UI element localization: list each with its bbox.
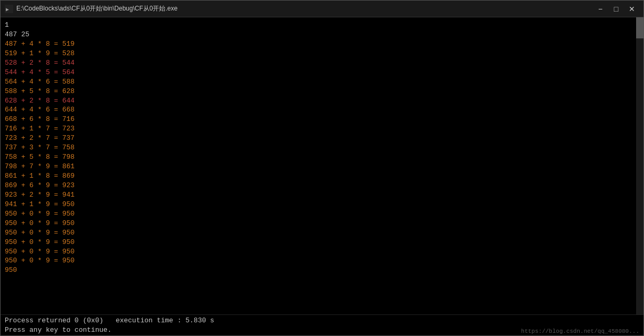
- console-line: 668 + 6 * 8 = 716: [5, 115, 639, 124]
- scrollbar[interactable]: [636, 17, 643, 314]
- console-line: 544 + 4 * 5 = 564: [5, 68, 639, 77]
- console-line: 519 + 1 * 9 = 528: [5, 49, 639, 58]
- press-any-key-line: Press any key to continue.: [5, 325, 112, 335]
- title-bar: ▶ E:\CodeBlocks\ads\CF从0开始\bin\Debug\CF从…: [1, 1, 643, 17]
- maximize-button[interactable]: □: [609, 4, 623, 14]
- console-line: 628 + 2 * 8 = 644: [5, 96, 639, 106]
- process-status-line: Process returned 0 (0x0) execution time …: [5, 316, 214, 325]
- status-bar: Process returned 0 (0x0) execution time …: [1, 314, 643, 335]
- console-line: 716 + 1 * 7 = 723: [5, 124, 639, 134]
- console-line: 923 + 2 * 9 = 941: [5, 190, 639, 200]
- scrollbar-thumb[interactable]: [636, 17, 643, 38]
- console-line: 758 + 5 * 8 = 798: [5, 152, 639, 162]
- svg-text:▶: ▶: [6, 6, 9, 12]
- console-line: 950 + 0 * 9 = 950: [5, 247, 639, 257]
- window-title: E:\CodeBlocks\ads\CF从0开始\bin\Debug\CF从0开…: [16, 4, 593, 13]
- console-line: 798 + 7 * 9 = 861: [5, 162, 639, 171]
- console-line: 861 + 1 * 8 = 869: [5, 171, 639, 181]
- console-line: 564 + 4 * 6 = 588: [5, 77, 639, 87]
- console-line: 869 + 6 * 9 = 923: [5, 181, 639, 190]
- console-line: 950 + 0 * 9 = 950: [5, 209, 639, 219]
- minimize-button[interactable]: −: [593, 4, 608, 14]
- app-icon: ▶: [5, 5, 13, 13]
- console-line: 941 + 1 * 9 = 950: [5, 200, 639, 209]
- main-window: ▶ E:\CodeBlocks\ads\CF从0开始\bin\Debug\CF从…: [0, 0, 644, 336]
- console-line: 950 + 0 * 9 = 950: [5, 228, 639, 238]
- console-line: 723 + 2 * 7 = 737: [5, 134, 639, 143]
- console-output: 1487 25487 + 4 * 8 = 519519 + 1 * 9 = 52…: [1, 17, 643, 314]
- console-line: 950 + 0 * 9 = 950: [5, 219, 639, 228]
- close-button[interactable]: ✕: [625, 4, 639, 14]
- window-controls: − □ ✕: [593, 4, 639, 14]
- console-line: 950: [5, 266, 639, 275]
- console-line: 528 + 2 * 8 = 544: [5, 58, 639, 68]
- console-line: 487 25: [5, 30, 639, 39]
- console-line: 644 + 4 * 6 = 668: [5, 105, 639, 115]
- console-line: 487 + 4 * 8 = 519: [5, 39, 639, 49]
- console-line: 950 + 0 * 9 = 950: [5, 256, 639, 266]
- console-line: 588 + 5 * 8 = 628: [5, 87, 639, 96]
- console-line: 737 + 3 * 7 = 758: [5, 143, 639, 152]
- csdn-watermark: https://blog.csdn.net/qq_458080...: [521, 328, 639, 334]
- console-line: 1: [5, 21, 639, 30]
- console-line: 950 + 0 * 9 = 950: [5, 238, 639, 247]
